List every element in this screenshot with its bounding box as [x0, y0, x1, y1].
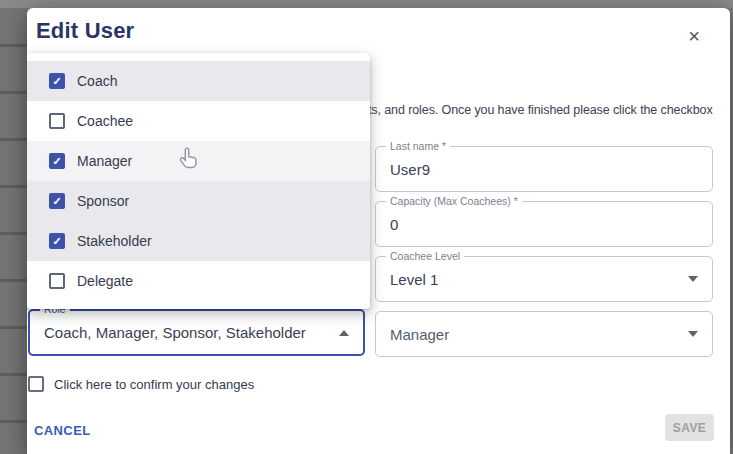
- checkbox-icon[interactable]: [28, 376, 44, 392]
- role-option-row[interactable]: ✓ Sponsor: [27, 181, 370, 221]
- role-option-row[interactable]: Delegate: [27, 261, 370, 301]
- last-name-input[interactable]: [376, 147, 712, 191]
- close-icon[interactable]: ×: [680, 22, 708, 50]
- coachee-level-value: Level 1: [376, 257, 712, 301]
- save-button[interactable]: SAVE: [665, 414, 714, 441]
- role-option-label: Sponsor: [77, 193, 129, 209]
- capacity-input[interactable]: [376, 202, 712, 246]
- role-option-row[interactable]: Coachee: [27, 101, 370, 141]
- role-select[interactable]: Role Coach, Manager, Sponsor, Stakeholde…: [28, 309, 365, 356]
- role-option-label: Delegate: [77, 273, 133, 289]
- dialog-title: Edit User: [36, 18, 134, 44]
- checkbox-icon[interactable]: ✓: [49, 193, 65, 209]
- checkbox-icon[interactable]: [49, 273, 65, 289]
- chevron-up-icon: [339, 330, 349, 336]
- role-option-label: Coachee: [77, 113, 133, 129]
- edit-user-dialog: Edit User × ts, and roles. Once you have…: [27, 8, 730, 454]
- cancel-button[interactable]: CANCEL: [30, 419, 95, 442]
- manager-select[interactable]: Manager: [375, 311, 713, 357]
- role-options-list: ✓ Coach Coachee ✓ Manager ✓ Sponsor ✓ St…: [27, 53, 370, 309]
- confirm-changes-label[interactable]: Click here to confirm your changes: [54, 377, 254, 392]
- role-option-label: Stakeholder: [77, 233, 152, 249]
- role-option-row[interactable]: ✓ Manager: [27, 141, 370, 181]
- confirm-changes-checkbox-row[interactable]: Click here to confirm your changes: [28, 376, 254, 392]
- role-option-row[interactable]: ✓ Coach: [27, 61, 370, 101]
- last-name-field[interactable]: Last name *: [375, 146, 713, 192]
- chevron-down-icon: [688, 331, 698, 337]
- capacity-field[interactable]: Capacity (Max Coachees) *: [375, 201, 713, 247]
- role-value: Coach, Manager, Sponsor, Stakeholder: [30, 311, 363, 354]
- manager-value: Manager: [376, 312, 712, 356]
- role-option-label: Coach: [77, 73, 117, 89]
- role-option-row[interactable]: ✓ Stakeholder: [27, 221, 370, 261]
- role-option-label: Manager: [77, 153, 132, 169]
- chevron-down-icon: [688, 276, 698, 282]
- checkbox-icon[interactable]: ✓: [49, 73, 65, 89]
- checkbox-icon[interactable]: ✓: [49, 233, 65, 249]
- coachee-level-select[interactable]: Coachee Level Level 1: [375, 256, 713, 302]
- checkbox-icon[interactable]: ✓: [49, 153, 65, 169]
- checkbox-icon[interactable]: [49, 113, 65, 129]
- dialog-description: ts, and roles. Once you have finished pl…: [368, 103, 713, 117]
